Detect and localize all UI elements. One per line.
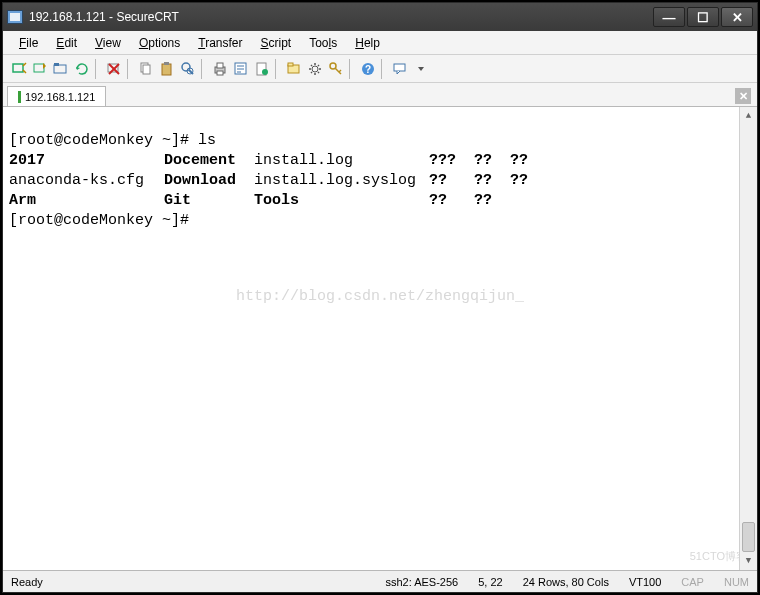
menu-view[interactable]: View	[87, 33, 129, 53]
chat-icon[interactable]	[390, 59, 410, 79]
menu-options[interactable]: Options	[131, 33, 188, 53]
tab-label: 192.168.1.121	[25, 91, 95, 103]
status-ready: Ready	[11, 576, 43, 588]
session-tab[interactable]: 192.168.1.121	[7, 86, 106, 106]
svg-rect-10	[164, 62, 169, 65]
svg-point-22	[262, 69, 268, 75]
copy-icon[interactable]	[136, 59, 156, 79]
separator	[95, 59, 101, 79]
menubar: File Edit View Options Transfer Script T…	[3, 31, 757, 55]
ls-output: 2017	[9, 151, 164, 171]
menu-file[interactable]: File	[11, 33, 46, 53]
svg-rect-31	[394, 64, 405, 71]
separator	[127, 59, 133, 79]
help-icon[interactable]: ?	[358, 59, 378, 79]
prompt: [root@codeMonkey ~]#	[9, 212, 198, 229]
connect-tab-icon[interactable]	[51, 59, 71, 79]
dropdown-icon[interactable]	[411, 59, 431, 79]
key-icon[interactable]	[326, 59, 346, 79]
statusbar: Ready ssh2: AES-256 5, 22 24 Rows, 80 Co…	[3, 570, 757, 592]
close-button[interactable]: ✕	[721, 7, 753, 27]
menu-script[interactable]: Script	[253, 33, 300, 53]
toolbar: ?	[3, 55, 757, 83]
svg-line-28	[339, 70, 341, 72]
log-icon[interactable]	[252, 59, 272, 79]
status-cap: CAP	[681, 576, 704, 588]
connect-icon[interactable]	[9, 59, 29, 79]
svg-rect-24	[288, 63, 293, 66]
app-window: 192.168.1.121 - SecureCRT ― ☐ ✕ File Edi…	[2, 2, 758, 593]
tab-active-indicator	[18, 91, 21, 103]
find-icon[interactable]	[178, 59, 198, 79]
print-icon[interactable]	[210, 59, 230, 79]
status-num: NUM	[724, 576, 749, 588]
menu-help[interactable]: Help	[347, 33, 388, 53]
status-cipher: ssh2: AES-256	[385, 576, 458, 588]
separator	[381, 59, 387, 79]
svg-rect-2	[54, 65, 66, 73]
window-controls: ― ☐ ✕	[653, 7, 753, 27]
tabbar: 192.168.1.121 ✕	[3, 83, 757, 107]
reconnect-icon[interactable]	[72, 59, 92, 79]
svg-rect-3	[54, 63, 59, 66]
status-emulation: VT100	[629, 576, 661, 588]
vertical-scrollbar[interactable]: ▲ ▼	[739, 107, 757, 570]
svg-rect-0	[13, 64, 23, 72]
status-dims: 24 Rows, 80 Cols	[523, 576, 609, 588]
svg-point-11	[182, 63, 190, 71]
quick-connect-icon[interactable]	[30, 59, 50, 79]
svg-text:?: ?	[365, 64, 371, 75]
settings-icon[interactable]	[305, 59, 325, 79]
scroll-up-icon[interactable]: ▲	[740, 107, 757, 125]
svg-rect-16	[217, 71, 223, 75]
minimize-button[interactable]: ―	[653, 7, 685, 27]
maximize-button[interactable]: ☐	[687, 7, 719, 27]
properties-icon[interactable]	[231, 59, 251, 79]
scroll-thumb[interactable]	[742, 522, 755, 552]
command: ls	[198, 132, 216, 149]
scroll-down-icon[interactable]: ▼	[740, 552, 757, 570]
paste-icon[interactable]	[157, 59, 177, 79]
svg-point-25	[312, 66, 318, 72]
svg-rect-15	[217, 63, 223, 68]
menu-tools[interactable]: Tools	[301, 33, 345, 53]
disconnect-icon[interactable]	[104, 59, 124, 79]
app-icon	[7, 10, 23, 24]
menu-edit[interactable]: Edit	[48, 33, 85, 53]
separator	[349, 59, 355, 79]
prompt: [root@codeMonkey ~]#	[9, 132, 198, 149]
watermark: http://blog.csdn.net/zhengqijun_	[3, 287, 757, 307]
window-title: 192.168.1.121 - SecureCRT	[29, 10, 653, 24]
status-cursor: 5, 22	[478, 576, 502, 588]
terminal[interactable]: [root@codeMonkey ~]# ls 2017Docementinst…	[3, 107, 757, 570]
separator	[201, 59, 207, 79]
new-session-icon[interactable]	[284, 59, 304, 79]
separator	[275, 59, 281, 79]
scroll-track[interactable]	[740, 125, 757, 552]
tab-close-icon[interactable]: ✕	[735, 88, 751, 104]
menu-transfer[interactable]: Transfer	[190, 33, 250, 53]
svg-rect-8	[143, 65, 150, 74]
titlebar[interactable]: 192.168.1.121 - SecureCRT ― ☐ ✕	[3, 3, 757, 31]
svg-rect-1	[34, 64, 44, 72]
svg-rect-9	[162, 64, 171, 75]
